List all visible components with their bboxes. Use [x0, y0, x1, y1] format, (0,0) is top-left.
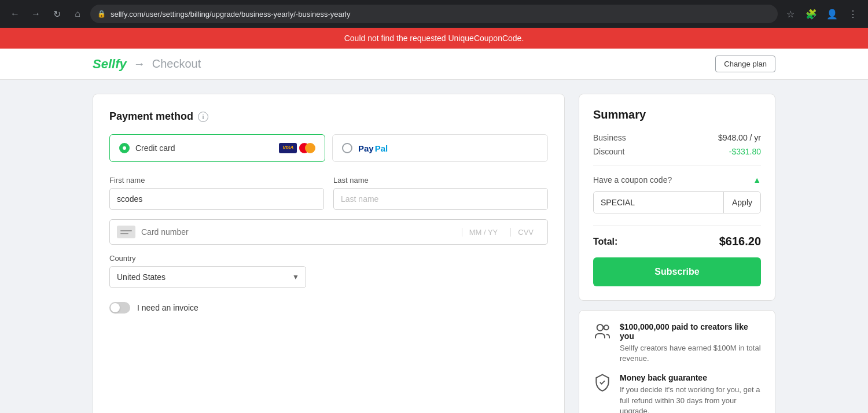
paypal-logo: PayPal	[358, 143, 388, 153]
coupon-header[interactable]: Have a coupon code? ▲	[593, 175, 761, 185]
profile-button[interactable]: 👤	[824, 6, 840, 22]
name-row: First name Last name	[109, 176, 548, 210]
info-icon[interactable]: i	[198, 112, 208, 122]
trust-title-2: Money back guarantee	[620, 373, 761, 382]
visa-icon: VISA	[279, 143, 297, 153]
card-expiry: MM / YY	[462, 228, 505, 237]
apply-button[interactable]: Apply	[723, 192, 760, 213]
payment-panel: Payment method i Credit card VISA Pa	[93, 94, 565, 413]
total-value: $616.20	[719, 235, 761, 248]
section-title: Payment method i	[109, 110, 548, 123]
credit-card-radio[interactable]	[119, 143, 130, 153]
browser-chrome: ← → ↻ ⌂ 🔒 sellfy.com/user/settings/billi…	[0, 0, 868, 28]
url-text: sellfy.com/user/settings/billing/upgrade…	[111, 10, 351, 19]
credit-card-tab[interactable]: Credit card VISA	[109, 134, 325, 162]
checkout-label: Checkout	[152, 57, 201, 71]
trust-desc-1: Sellfy creators have earned $100M in tot…	[620, 343, 761, 364]
trust-item-1: $100,000,000 paid to creators like you S…	[593, 322, 761, 364]
total-row: Total: $616.20	[593, 225, 761, 248]
error-message: Could not find the requested UniqueCoupo…	[344, 34, 524, 43]
error-banner: Could not find the requested UniqueCoupo…	[0, 28, 868, 49]
country-field: Country United States Canada United King…	[109, 254, 548, 288]
summary-card: Summary Business $948.00 / yr Discount -…	[579, 94, 775, 301]
card-icons: VISA	[279, 143, 315, 153]
svg-point-1	[604, 325, 609, 330]
payment-tabs: Credit card VISA PayPal	[109, 134, 548, 162]
paypal-tab[interactable]: PayPal	[332, 134, 548, 162]
logo-separator: →	[134, 57, 145, 71]
card-input-wrapper: MM / YY CVV	[109, 219, 548, 245]
first-name-label: First name	[109, 176, 324, 185]
coupon-input[interactable]	[594, 192, 723, 213]
summary-title: Summary	[593, 108, 761, 121]
forward-button[interactable]: →	[28, 6, 44, 22]
back-button[interactable]: ←	[7, 6, 23, 22]
mastercard-icon	[299, 143, 315, 153]
creators-icon	[593, 322, 612, 341]
logo-area: Sellfy → Checkout	[93, 57, 201, 72]
last-name-input[interactable]	[333, 188, 548, 210]
card-number-input[interactable]	[141, 227, 456, 237]
paypal-radio[interactable]	[342, 143, 352, 153]
section-title-text: Payment method	[109, 110, 193, 123]
home-button[interactable]: ⌂	[69, 6, 86, 22]
country-select[interactable]: United States Canada United Kingdom Aust…	[109, 266, 306, 288]
change-plan-button[interactable]: Change plan	[715, 56, 775, 72]
discount-label: Discount	[593, 147, 624, 156]
logo: Sellfy	[93, 57, 127, 72]
total-label: Total:	[593, 237, 617, 247]
coupon-title: Have a coupon code?	[593, 175, 672, 185]
first-name-field: First name	[109, 176, 324, 210]
invoice-toggle[interactable]	[109, 302, 130, 314]
plan-label: Business	[593, 133, 626, 142]
subscribe-button[interactable]: Subscribe	[593, 257, 761, 286]
trust-item-2: Money back guarantee If you decide it's …	[593, 373, 761, 413]
country-select-wrapper: United States Canada United Kingdom Aust…	[109, 266, 306, 288]
first-name-input[interactable]	[109, 188, 324, 210]
card-cvv: CVV	[510, 228, 540, 237]
trust-content-2: Money back guarantee If you decide it's …	[620, 373, 761, 413]
country-label: Country	[109, 254, 548, 263]
invoice-row: I need an invoice	[109, 302, 548, 314]
last-name-label: Last name	[333, 176, 548, 185]
refresh-button[interactable]: ↻	[49, 6, 65, 22]
menu-button[interactable]: ⋮	[845, 6, 861, 22]
secure-icon: 🔒	[97, 10, 106, 18]
guarantee-icon	[593, 373, 612, 392]
extensions-button[interactable]: 🧩	[803, 6, 819, 22]
browser-toolbar: ☆ 🧩 👤 ⋮	[782, 6, 861, 22]
toggle-knob	[111, 303, 120, 312]
coupon-input-row: Apply	[593, 191, 761, 213]
coupon-section: Have a coupon code? ▲ Apply	[593, 165, 761, 213]
discount-row: Discount -$331.80	[593, 147, 761, 156]
plan-row: Business $948.00 / yr	[593, 133, 761, 142]
trust-desc-2: If you decide it's not working for you, …	[620, 385, 761, 413]
invoice-label: I need an invoice	[137, 303, 198, 312]
trust-card: $100,000,000 paid to creators like you S…	[579, 310, 775, 413]
credit-card-label: Credit card	[135, 143, 175, 153]
right-panel: Summary Business $948.00 / yr Discount -…	[579, 94, 775, 413]
svg-point-0	[597, 325, 604, 331]
address-bar[interactable]: 🔒 sellfy.com/user/settings/billing/upgra…	[90, 5, 778, 23]
main-content: Payment method i Credit card VISA Pa	[0, 80, 868, 413]
page-header: Sellfy → Checkout Change plan	[0, 49, 868, 80]
card-icon	[117, 226, 135, 238]
coupon-chevron-icon: ▲	[753, 175, 761, 185]
bookmark-button[interactable]: ☆	[782, 6, 799, 22]
card-number-field: MM / YY CVV	[109, 219, 548, 245]
trust-content-1: $100,000,000 paid to creators like you S…	[620, 322, 761, 364]
trust-title-1: $100,000,000 paid to creators like you	[620, 322, 761, 341]
discount-value: -$331.80	[729, 147, 761, 156]
last-name-field: Last name	[333, 176, 548, 210]
plan-price: $948.00 / yr	[718, 133, 761, 142]
